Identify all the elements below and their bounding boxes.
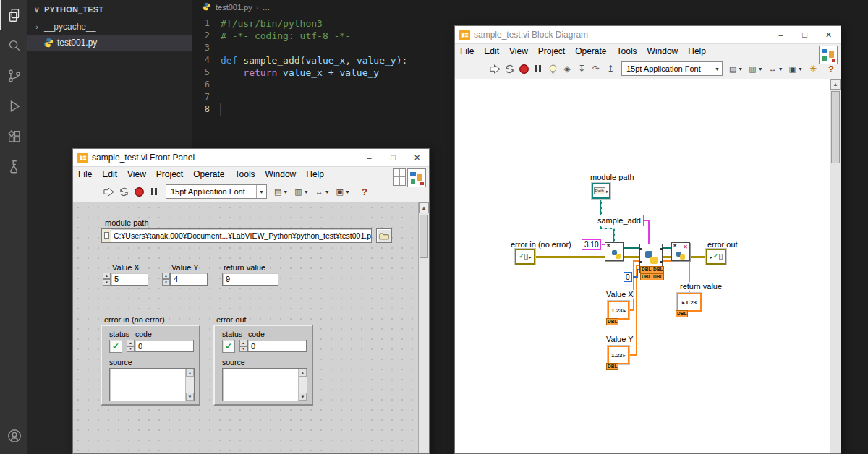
help-icon[interactable]: ? — [362, 187, 367, 197]
maximize-button[interactable]: □ — [381, 149, 405, 166]
scrollbar-thumb[interactable] — [831, 91, 840, 163]
cleanup-diagram-icon[interactable]: ✳ — [807, 61, 820, 76]
fp-menu-view[interactable]: View — [122, 169, 151, 179]
source-scrollbar[interactable]: ▲▼ — [185, 369, 194, 401]
extensions-icon[interactable] — [0, 121, 27, 152]
bd-font-selector[interactable]: 15pt Application Font ▼ — [621, 61, 723, 76]
run-icon[interactable] — [102, 184, 115, 199]
fp-menu-tools[interactable]: Tools — [230, 169, 260, 179]
explorer-item-pycache[interactable]: › __pycache__ — [27, 19, 192, 35]
dbl-type-tag[interactable]: DBL — [652, 266, 664, 273]
explorer-icon[interactable] — [0, 0, 27, 30]
value-x-terminal[interactable]: 1.23 ▸ — [608, 301, 629, 320]
value-x-control[interactable]: ▲▼ 5 — [103, 273, 148, 286]
bd-menu-view[interactable]: View — [504, 46, 533, 56]
module-path-input[interactable]: C:¥Users¥tanak.000¥Document...¥LabVIEW_P… — [101, 228, 372, 243]
close-button[interactable]: ✕ — [405, 149, 429, 166]
error-in-terminal[interactable]: ✓ ▸ — [515, 249, 535, 265]
retain-wire-values-icon[interactable]: ◈ — [561, 61, 574, 76]
step-into-icon[interactable]: ↧ — [575, 61, 588, 76]
fp-menu-help[interactable]: Help — [301, 169, 329, 179]
fp-menu-project[interactable]: Project — [151, 169, 188, 179]
help-icon[interactable]: ? — [828, 64, 834, 74]
run-continuous-icon[interactable] — [117, 184, 130, 199]
browse-button[interactable] — [376, 228, 392, 243]
error-in-status-checkbox[interactable]: ✓ — [109, 340, 122, 353]
dbl-type-tag[interactable]: DBL — [606, 363, 618, 370]
open-python-session-node[interactable]: * — [605, 242, 624, 261]
align-objects-dropdown[interactable]: ▤▼ — [727, 61, 745, 76]
increment-decrement-icon[interactable]: ▲▼ — [162, 273, 170, 286]
error-in-cluster[interactable]: status code ✓ ▲▼ 0 source ▲▼ — [101, 325, 200, 406]
close-button[interactable]: ✕ — [817, 26, 841, 43]
dbl-type-tag[interactable]: DBL — [640, 266, 652, 273]
reorder-dropdown[interactable]: ▣▼ — [334, 184, 352, 199]
source-scrollbar[interactable]: ▲▼ — [298, 369, 307, 401]
fp-menu-edit[interactable]: Edit — [97, 169, 122, 179]
run-icon[interactable] — [488, 61, 501, 76]
block-diagram-canvas[interactable]: module path error in (no error) error ou… — [455, 79, 841, 453]
dbl-type-tag[interactable]: DBL — [652, 273, 664, 280]
scroll-up-icon[interactable]: ▲ — [830, 79, 841, 90]
explorer-item-test001[interactable]: test001.py — [27, 35, 192, 51]
fp-vertical-scrollbar[interactable]: ▲ — [418, 202, 429, 453]
value-y-terminal[interactable]: 1.23 ▸ — [608, 346, 629, 364]
dbl-type-tag[interactable]: DBL — [606, 318, 618, 325]
increment-decrement-icon[interactable]: ▲▼ — [127, 340, 135, 352]
error-in-source-input[interactable]: ▲▼ — [109, 368, 195, 401]
pane-layout-icon[interactable] — [393, 168, 406, 186]
step-out-icon[interactable]: ↥ — [604, 61, 617, 76]
bd-menu-project[interactable]: Project — [533, 46, 570, 56]
front-panel-titlebar[interactable]: sample_test.vi Front Panel – □ ✕ — [73, 149, 429, 167]
bd-menu-edit[interactable]: Edit — [479, 46, 504, 56]
scroll-up-icon[interactable]: ▲ — [419, 202, 429, 213]
increment-decrement-icon[interactable]: ▲▼ — [103, 273, 111, 286]
distribute-objects-dropdown[interactable]: ▥▼ — [292, 184, 310, 199]
highlight-execution-icon[interactable] — [546, 61, 559, 76]
fp-menu-operate[interactable]: Operate — [188, 169, 229, 179]
resize-objects-dropdown[interactable]: ↔▼ — [767, 61, 786, 76]
front-panel-canvas[interactable]: module path C:¥Users¥tanak.000¥Document.… — [73, 202, 429, 453]
resize-objects-dropdown[interactable]: ↔▼ — [313, 184, 332, 199]
block-diagram-titlebar[interactable]: sample_test.vi Block Diagram – □ ✕ — [455, 26, 841, 44]
scrollbar-thumb[interactable] — [420, 215, 428, 258]
explorer-root-folder[interactable]: ∨ PYTHON_TEST — [27, 0, 192, 19]
align-objects-dropdown[interactable]: ▤▼ — [272, 184, 290, 199]
minimize-button[interactable]: – — [357, 149, 381, 166]
vi-icon[interactable] — [819, 46, 838, 64]
bd-menu-window[interactable]: Window — [642, 46, 684, 56]
testing-icon[interactable] — [0, 152, 27, 182]
dbl-type-tag[interactable]: DBL — [676, 310, 688, 317]
value-y-input[interactable]: 4 — [170, 273, 208, 286]
run-debug-icon[interactable] — [0, 91, 27, 121]
bd-vertical-scrollbar[interactable]: ▲ — [830, 79, 841, 453]
pause-icon[interactable] — [148, 184, 161, 199]
close-python-session-node[interactable]: * ✕ — [671, 242, 690, 261]
sample-add-string-constant[interactable]: sample_add — [595, 215, 644, 226]
return-value-terminal[interactable]: ▸ 1.23 — [677, 293, 702, 312]
bd-menu-tools[interactable]: Tools — [612, 46, 642, 56]
fp-menu-file[interactable]: File — [73, 169, 97, 179]
maximize-button[interactable]: □ — [793, 26, 817, 43]
bd-menu-file[interactable]: File — [455, 46, 479, 56]
minimize-button[interactable]: – — [769, 26, 793, 43]
pause-icon[interactable] — [532, 61, 545, 76]
bd-menu-operate[interactable]: Operate — [570, 46, 611, 56]
error-in-code-input[interactable]: 0 — [135, 340, 194, 352]
dbl-type-tag[interactable]: DBL — [640, 273, 652, 280]
value-y-control[interactable]: ▲▼ 4 — [162, 273, 208, 286]
bd-menu-help[interactable]: Help — [683, 46, 711, 56]
account-icon[interactable] — [0, 421, 27, 451]
step-over-icon[interactable]: ↷ — [590, 61, 603, 76]
zero-constant[interactable]: 0 — [624, 272, 632, 282]
module-path-terminal[interactable]: Path ▸ — [592, 183, 610, 199]
run-continuous-icon[interactable] — [503, 61, 516, 76]
search-icon[interactable] — [0, 30, 27, 61]
value-x-input[interactable]: 5 — [111, 273, 148, 286]
abort-icon[interactable] — [132, 184, 145, 199]
source-control-icon[interactable] — [0, 61, 27, 91]
error-out-cluster[interactable]: status code ✓ ▲▼ 0 source ▲▼ — [213, 325, 313, 406]
fp-menu-window[interactable]: Window — [260, 169, 302, 179]
distribute-objects-dropdown[interactable]: ▥▼ — [746, 61, 765, 76]
breadcrumb[interactable]: test001.py › … — [192, 0, 868, 14]
